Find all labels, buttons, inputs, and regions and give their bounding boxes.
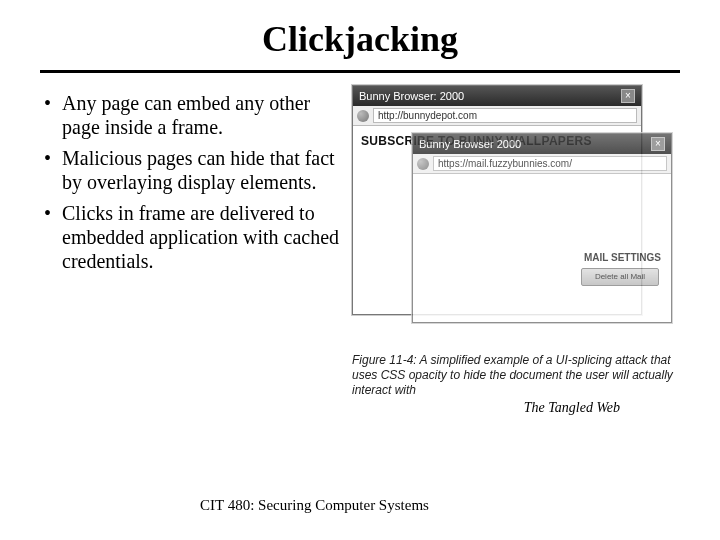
slide-title: Clickjacking [0,0,720,60]
address-bar: https://mail.fuzzybunnies.com/ [413,154,671,174]
page-content: MAIL SETTINGS Delete all Mail [413,174,671,314]
url-text: https://mail.fuzzybunnies.com/ [433,156,667,171]
figure-column: Bunny Browser: 2000 × http://bunnydepot.… [344,91,692,398]
bullet-list: • Any page can embed any other page insi… [44,91,344,274]
delete-mail-button: Delete all Mail [581,268,659,286]
window-title-text: Bunny Browser 2000 [419,138,521,150]
mail-settings-label: MAIL SETTINGS [584,252,661,263]
slide-footer: CIT 480: Securing Computer Systems [200,497,429,514]
figure-attribution: The Tangled Web [524,400,620,416]
window-title-text: Bunny Browser: 2000 [359,90,464,102]
figure-illustration: Bunny Browser: 2000 × http://bunnydepot.… [352,85,682,345]
list-item: • Any page can embed any other page insi… [44,91,344,140]
bullet-text: Malicious pages can hide that fact by ov… [62,146,344,195]
slide-body: • Any page can embed any other page insi… [0,73,720,398]
bullet-dot-icon: • [44,201,62,274]
close-icon: × [621,89,635,103]
globe-icon [417,158,429,170]
address-bar: http://bunnydepot.com [353,106,641,126]
list-item: • Malicious pages can hide that fact by … [44,146,344,195]
browser-window-front: Bunny Browser 2000 × https://mail.fuzzyb… [412,133,672,323]
bullet-text: Any page can embed any other page inside… [62,91,344,140]
list-item: • Clicks in frame are delivered to embed… [44,201,344,274]
bullet-dot-icon: • [44,146,62,195]
figure-caption: Figure 11-4: A simplified example of a U… [352,353,682,398]
window-titlebar: Bunny Browser: 2000 × [353,86,641,106]
bullet-text: Clicks in frame are delivered to embedde… [62,201,344,274]
url-text: http://bunnydepot.com [373,108,637,123]
bullet-column: • Any page can embed any other page insi… [44,91,344,398]
window-titlebar: Bunny Browser 2000 × [413,134,671,154]
globe-icon [357,110,369,122]
bullet-dot-icon: • [44,91,62,140]
close-icon: × [651,137,665,151]
